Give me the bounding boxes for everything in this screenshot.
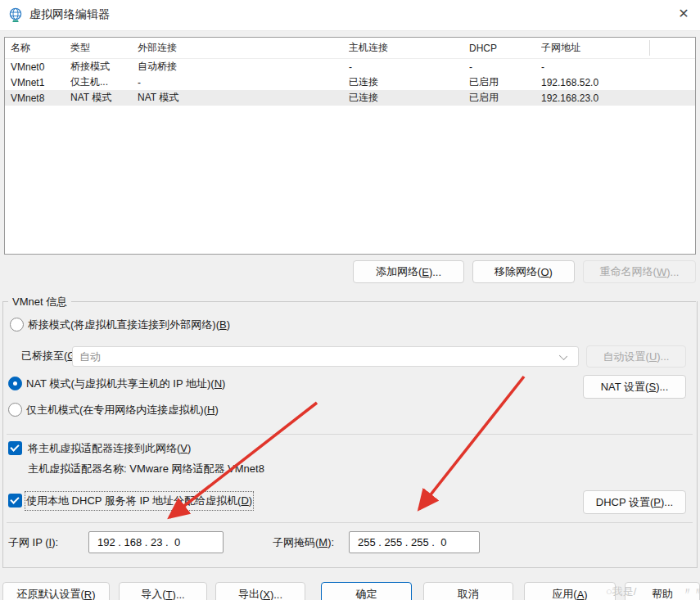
red-arrow-to-subnet-mask	[419, 377, 524, 509]
import-button[interactable]: 导入(T)...	[119, 582, 207, 600]
auto-settings-button: 自动设置(U)...	[586, 345, 686, 368]
connect-host-adapter-checkbox[interactable]	[8, 441, 22, 455]
virtual-network-editor-dialog: 虚拟网络编辑器 ✕ 名称 类型 外部连接 主机连接 DHCP 子网地址 VMne…	[0, 0, 700, 600]
dhcp-checkbox-label: 使用本地 DHCP 服务将 IP 地址分配给虚拟机(D)	[26, 493, 252, 509]
cell-dhcp: 已启用	[469, 91, 541, 105]
groupbox-top-border	[2, 301, 696, 302]
window-title: 虚拟网络编辑器	[29, 7, 110, 22]
nat-mode-label: NAT 模式(与虚拟机共享主机的 IP 地址)(N)	[26, 376, 225, 392]
cell-subnet: 192.168.52.0	[541, 77, 695, 88]
vmnet-info-groupbox	[2, 301, 698, 568]
column-header-dhcp: DHCP	[469, 43, 541, 54]
cell-subnet: -	[541, 61, 695, 73]
cell-dhcp: -	[469, 61, 541, 73]
cell-name: VMnet0	[11, 61, 70, 73]
bridged-to-select[interactable]: 自动	[72, 346, 579, 367]
column-header-host: 主机连接	[349, 41, 469, 55]
cell-host: 已连接	[349, 75, 469, 89]
column-header-external: 外部连接	[138, 41, 349, 55]
cell-external: 自动桥接	[138, 60, 349, 74]
subnet-mask-input[interactable]	[349, 531, 480, 553]
nat-settings-button[interactable]: NAT 设置(S)...	[583, 375, 686, 399]
connect-host-adapter-label: 将主机虚拟适配器连接到此网络(V)	[28, 440, 191, 457]
cell-subnet: 192.168.23.0	[541, 92, 695, 104]
bridged-to-value: 自动	[79, 350, 101, 364]
close-button[interactable]: ✕	[672, 3, 695, 25]
separator	[7, 522, 693, 523]
column-header-type: 类型	[70, 41, 138, 55]
nat-mode-radio[interactable]	[8, 377, 22, 390]
subnet-ip-label: 子网 IP (I):	[8, 535, 58, 551]
cell-type: 仅主机...	[70, 75, 138, 89]
help-button[interactable]: 帮助	[625, 582, 700, 600]
subnet-mask-label: 子网掩码(M):	[273, 535, 334, 551]
cell-external: NAT 模式	[138, 91, 349, 105]
adapter-name-text: 主机虚拟适配器名称: VMware 网络适配器 VMnet8	[28, 461, 264, 477]
remove-network-button[interactable]: 移除网络(O)	[472, 260, 575, 283]
cell-type: NAT 模式	[70, 91, 138, 105]
cell-host: 已连接	[349, 91, 469, 105]
cell-dhcp: 已启用	[469, 75, 541, 89]
ok-button[interactable]: 确定	[321, 582, 412, 600]
cell-type: 桥接模式	[70, 60, 138, 74]
title-bar: 虚拟网络编辑器 ✕	[0, 0, 700, 31]
table-header: 名称 类型 外部连接 主机连接 DHCP 子网地址	[5, 38, 695, 59]
rename-network-button: 重命名网络(W)...	[583, 260, 696, 283]
cell-name: VMnet8	[11, 92, 70, 104]
network-table: 名称 类型 外部连接 主机连接 DHCP 子网地址 VMnet0 桥接模式 自动…	[4, 37, 696, 255]
dhcp-checkbox[interactable]	[8, 494, 22, 508]
dhcp-settings-button[interactable]: DHCP 设置(P)...	[583, 490, 686, 514]
bridged-mode-label: 桥接模式(将虚拟机直接连接到外部网络)(B)	[28, 317, 230, 333]
table-row-vmnet1[interactable]: VMnet1 仅主机... - 已连接 已启用 192.168.52.0	[5, 74, 695, 90]
header-divider	[649, 40, 650, 56]
separator	[7, 434, 693, 435]
vmnet-info-group-label: VMnet 信息	[8, 295, 71, 309]
restore-defaults-button[interactable]: 还原默认设置(R)	[2, 582, 110, 600]
column-header-name: 名称	[11, 41, 70, 55]
subnet-ip-input[interactable]	[88, 531, 224, 553]
apply-button[interactable]: 应用(A)	[524, 582, 616, 600]
chevron-down-icon	[560, 353, 567, 359]
table-row-vmnet8[interactable]: VMnet8 NAT 模式 NAT 模式 已连接 已启用 192.168.23.…	[5, 90, 695, 106]
cell-host: -	[349, 61, 469, 73]
cancel-button[interactable]: 取消	[423, 582, 513, 600]
host-only-mode-label: 仅主机模式(在专用网络内连接虚拟机)(H)	[26, 402, 219, 418]
host-only-mode-radio[interactable]	[8, 403, 22, 417]
cell-name: VMnet1	[11, 77, 70, 88]
bridged-mode-radio[interactable]	[10, 318, 24, 332]
table-row-vmnet0[interactable]: VMnet0 桥接模式 自动桥接 - - -	[5, 59, 695, 74]
globe-network-icon	[7, 7, 24, 23]
export-button[interactable]: 导出(X)...	[215, 582, 305, 600]
cell-external: -	[138, 77, 349, 88]
add-network-button[interactable]: 添加网络(E)...	[353, 260, 464, 283]
column-header-subnet: 子网地址	[541, 41, 695, 55]
